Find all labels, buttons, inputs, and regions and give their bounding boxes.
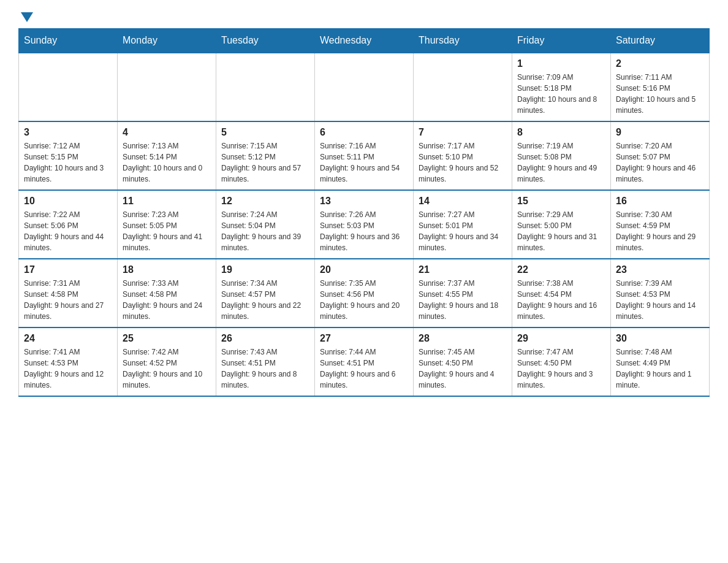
- calendar-cell: 17Sunrise: 7:31 AMSunset: 4:58 PMDayligh…: [19, 259, 118, 327]
- calendar-cell: 18Sunrise: 7:33 AMSunset: 4:58 PMDayligh…: [118, 259, 216, 327]
- calendar-cell: 21Sunrise: 7:37 AMSunset: 4:55 PMDayligh…: [414, 259, 512, 327]
- day-number: 13: [320, 196, 408, 207]
- logo: [18, 12, 33, 22]
- page-header: [18, 12, 710, 22]
- weekday-header-thursday: Thursday: [414, 29, 512, 53]
- day-info: Sunrise: 7:41 AMSunset: 4:53 PMDaylight:…: [24, 347, 112, 391]
- calendar-cell: 3Sunrise: 7:12 AMSunset: 5:15 PMDaylight…: [19, 121, 118, 190]
- calendar-cell: 11Sunrise: 7:23 AMSunset: 5:05 PMDayligh…: [118, 190, 216, 259]
- calendar-cell: [118, 53, 216, 121]
- calendar-cell: 8Sunrise: 7:19 AMSunset: 5:08 PMDaylight…: [512, 121, 611, 190]
- calendar-cell: 20Sunrise: 7:35 AMSunset: 4:56 PMDayligh…: [315, 259, 414, 327]
- calendar-cell: 23Sunrise: 7:39 AMSunset: 4:53 PMDayligh…: [611, 259, 710, 327]
- day-number: 26: [221, 333, 309, 344]
- day-info: Sunrise: 7:48 AMSunset: 4:49 PMDaylight:…: [616, 347, 704, 391]
- calendar-cell: 7Sunrise: 7:17 AMSunset: 5:10 PMDaylight…: [414, 121, 512, 190]
- day-info: Sunrise: 7:12 AMSunset: 5:15 PMDaylight:…: [24, 140, 112, 185]
- day-number: 16: [616, 196, 704, 207]
- day-info: Sunrise: 7:31 AMSunset: 4:58 PMDaylight:…: [24, 278, 112, 322]
- day-info: Sunrise: 7:13 AMSunset: 5:14 PMDaylight:…: [123, 140, 211, 185]
- day-number: 2: [616, 58, 704, 69]
- calendar-cell: 9Sunrise: 7:20 AMSunset: 5:07 PMDaylight…: [611, 121, 710, 190]
- day-number: 27: [320, 333, 408, 344]
- weekday-header-tuesday: Tuesday: [216, 29, 315, 53]
- day-info: Sunrise: 7:38 AMSunset: 4:54 PMDaylight:…: [517, 278, 605, 322]
- day-number: 3: [24, 127, 112, 138]
- day-number: 8: [517, 127, 605, 138]
- day-info: Sunrise: 7:24 AMSunset: 5:04 PMDaylight:…: [221, 209, 309, 253]
- calendar-cell: 6Sunrise: 7:16 AMSunset: 5:11 PMDaylight…: [315, 121, 414, 190]
- day-number: 14: [419, 196, 507, 207]
- calendar-cell: [315, 53, 414, 121]
- calendar-cell: 30Sunrise: 7:48 AMSunset: 4:49 PMDayligh…: [611, 327, 710, 396]
- calendar-cell: 22Sunrise: 7:38 AMSunset: 4:54 PMDayligh…: [512, 259, 611, 327]
- calendar-table: SundayMondayTuesdayWednesdayThursdayFrid…: [18, 28, 710, 397]
- day-info: Sunrise: 7:34 AMSunset: 4:57 PMDaylight:…: [221, 278, 309, 322]
- calendar-cell: [414, 53, 512, 121]
- week-row-3: 10Sunrise: 7:22 AMSunset: 5:06 PMDayligh…: [19, 190, 710, 259]
- weekday-header-row: SundayMondayTuesdayWednesdayThursdayFrid…: [19, 29, 710, 53]
- day-number: 6: [320, 127, 408, 138]
- day-number: 9: [616, 127, 704, 138]
- calendar-cell: 27Sunrise: 7:44 AMSunset: 4:51 PMDayligh…: [315, 327, 414, 396]
- day-info: Sunrise: 7:16 AMSunset: 5:11 PMDaylight:…: [320, 140, 408, 185]
- week-row-4: 17Sunrise: 7:31 AMSunset: 4:58 PMDayligh…: [19, 259, 710, 327]
- day-info: Sunrise: 7:15 AMSunset: 5:12 PMDaylight:…: [221, 140, 309, 185]
- weekday-header-sunday: Sunday: [19, 29, 118, 53]
- day-number: 23: [616, 264, 704, 275]
- calendar-cell: 5Sunrise: 7:15 AMSunset: 5:12 PMDaylight…: [216, 121, 315, 190]
- day-info: Sunrise: 7:09 AMSunset: 5:18 PMDaylight:…: [517, 72, 605, 116]
- day-number: 17: [24, 264, 112, 275]
- calendar-cell: 15Sunrise: 7:29 AMSunset: 5:00 PMDayligh…: [512, 190, 611, 259]
- day-info: Sunrise: 7:30 AMSunset: 4:59 PMDaylight:…: [616, 209, 704, 253]
- day-info: Sunrise: 7:47 AMSunset: 4:50 PMDaylight:…: [517, 347, 605, 391]
- calendar-cell: 24Sunrise: 7:41 AMSunset: 4:53 PMDayligh…: [19, 327, 118, 396]
- day-number: 30: [616, 333, 704, 344]
- day-number: 15: [517, 196, 605, 207]
- day-info: Sunrise: 7:23 AMSunset: 5:05 PMDaylight:…: [123, 209, 211, 253]
- day-info: Sunrise: 7:22 AMSunset: 5:06 PMDaylight:…: [24, 209, 112, 253]
- day-info: Sunrise: 7:35 AMSunset: 4:56 PMDaylight:…: [320, 278, 408, 322]
- day-number: 22: [517, 264, 605, 275]
- day-number: 5: [221, 127, 309, 138]
- calendar-cell: 14Sunrise: 7:27 AMSunset: 5:01 PMDayligh…: [414, 190, 512, 259]
- week-row-2: 3Sunrise: 7:12 AMSunset: 5:15 PMDaylight…: [19, 121, 710, 190]
- day-number: 28: [419, 333, 507, 344]
- day-info: Sunrise: 7:26 AMSunset: 5:03 PMDaylight:…: [320, 209, 408, 253]
- calendar-cell: 16Sunrise: 7:30 AMSunset: 4:59 PMDayligh…: [611, 190, 710, 259]
- calendar-cell: 12Sunrise: 7:24 AMSunset: 5:04 PMDayligh…: [216, 190, 315, 259]
- day-info: Sunrise: 7:45 AMSunset: 4:50 PMDaylight:…: [419, 347, 507, 391]
- weekday-header-monday: Monday: [118, 29, 216, 53]
- day-number: 4: [123, 127, 211, 138]
- day-info: Sunrise: 7:20 AMSunset: 5:07 PMDaylight:…: [616, 140, 704, 185]
- calendar-cell: 10Sunrise: 7:22 AMSunset: 5:06 PMDayligh…: [19, 190, 118, 259]
- day-info: Sunrise: 7:39 AMSunset: 4:53 PMDaylight:…: [616, 278, 704, 322]
- calendar-cell: 29Sunrise: 7:47 AMSunset: 4:50 PMDayligh…: [512, 327, 611, 396]
- day-info: Sunrise: 7:43 AMSunset: 4:51 PMDaylight:…: [221, 347, 309, 391]
- day-number: 7: [419, 127, 507, 138]
- day-info: Sunrise: 7:29 AMSunset: 5:00 PMDaylight:…: [517, 209, 605, 253]
- day-number: 21: [419, 264, 507, 275]
- calendar-cell: 4Sunrise: 7:13 AMSunset: 5:14 PMDaylight…: [118, 121, 216, 190]
- week-row-5: 24Sunrise: 7:41 AMSunset: 4:53 PMDayligh…: [19, 327, 710, 396]
- day-number: 19: [221, 264, 309, 275]
- day-number: 20: [320, 264, 408, 275]
- day-number: 10: [24, 196, 112, 207]
- logo-blue: [18, 12, 33, 22]
- calendar-cell: [19, 53, 118, 121]
- day-info: Sunrise: 7:33 AMSunset: 4:58 PMDaylight:…: [123, 278, 211, 322]
- calendar-cell: 1Sunrise: 7:09 AMSunset: 5:18 PMDaylight…: [512, 53, 611, 121]
- day-info: Sunrise: 7:27 AMSunset: 5:01 PMDaylight:…: [419, 209, 507, 253]
- day-number: 1: [517, 58, 605, 69]
- calendar-cell: 19Sunrise: 7:34 AMSunset: 4:57 PMDayligh…: [216, 259, 315, 327]
- day-number: 18: [123, 264, 211, 275]
- calendar-cell: [216, 53, 315, 121]
- day-number: 29: [517, 333, 605, 344]
- day-info: Sunrise: 7:11 AMSunset: 5:16 PMDaylight:…: [616, 72, 704, 116]
- day-info: Sunrise: 7:19 AMSunset: 5:08 PMDaylight:…: [517, 140, 605, 185]
- day-number: 11: [123, 196, 211, 207]
- logo-triangle-icon: [21, 12, 33, 22]
- calendar-cell: 25Sunrise: 7:42 AMSunset: 4:52 PMDayligh…: [118, 327, 216, 396]
- day-number: 12: [221, 196, 309, 207]
- calendar-cell: 26Sunrise: 7:43 AMSunset: 4:51 PMDayligh…: [216, 327, 315, 396]
